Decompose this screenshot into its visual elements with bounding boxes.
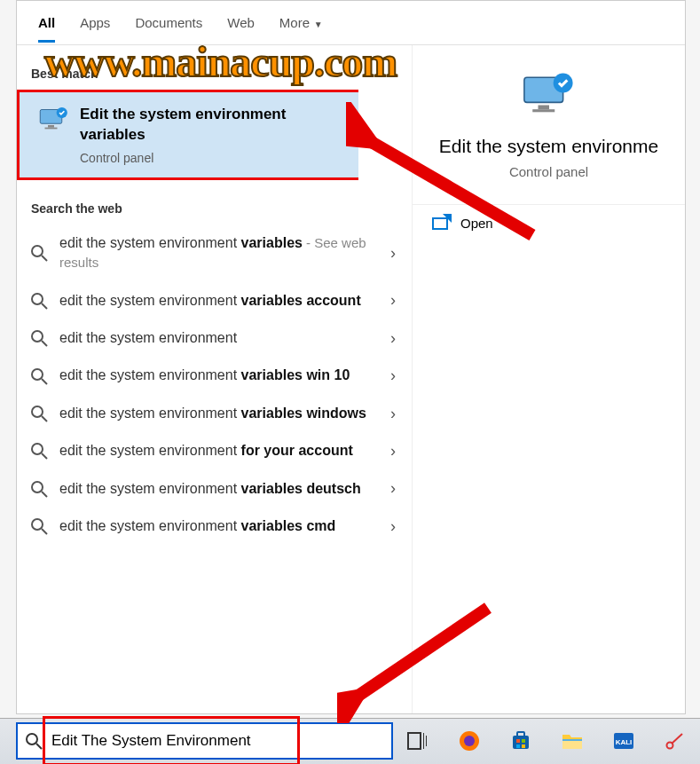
web-result-item[interactable]: edit the system environment for your acc… — [17, 432, 412, 469]
svg-point-40 — [27, 734, 37, 744]
task-view-icon[interactable] — [406, 729, 429, 752]
web-results-list: edit the system environment variables - … — [17, 224, 412, 546]
tab-more[interactable]: More ▼ — [279, 3, 323, 43]
web-result-text: edit the system environment variables cm… — [59, 516, 390, 536]
best-match-title: Edit the system environment variables — [80, 105, 344, 146]
search-input[interactable] — [51, 732, 384, 750]
chevron-right-icon: › — [390, 366, 396, 385]
app-icon-blue[interactable]: KALI — [612, 729, 635, 752]
chevron-right-icon: › — [390, 442, 396, 461]
chevron-right-icon: › — [390, 405, 396, 423]
taskbar-icons: KALI — [406, 718, 687, 764]
svg-line-7 — [42, 303, 47, 309]
search-icon — [29, 244, 49, 262]
control-panel-icon — [521, 72, 578, 116]
open-button[interactable]: Open — [413, 204, 685, 241]
section-web: Search the web — [17, 180, 412, 224]
chevron-right-icon: › — [390, 291, 396, 310]
svg-rect-1 — [48, 125, 54, 128]
svg-line-11 — [42, 379, 47, 384]
svg-rect-25 — [423, 733, 424, 749]
section-best-match: Best match — [17, 45, 412, 90]
web-result-item[interactable]: edit the system environment variables - … — [17, 224, 412, 282]
open-label: Open — [460, 216, 493, 231]
search-results-panel: All Apps Documents Web More ▼ Best match… — [16, 0, 686, 714]
svg-line-19 — [42, 529, 47, 534]
web-result-item[interactable]: edit the system environment variables cm… — [17, 508, 412, 545]
snipping-icon[interactable] — [664, 729, 687, 752]
search-tabs: All Apps Documents Web More ▼ — [17, 1, 685, 45]
svg-point-14 — [32, 444, 43, 454]
web-result-text: edit the system environment variables de… — [59, 479, 390, 499]
tab-web[interactable]: Web — [227, 3, 255, 43]
svg-rect-30 — [517, 732, 524, 736]
details-title: Edit the system environme — [423, 136, 674, 157]
svg-line-5 — [42, 256, 47, 261]
web-result-text: edit the system environment variables wi… — [59, 404, 390, 423]
svg-point-4 — [32, 246, 43, 256]
svg-rect-26 — [426, 736, 427, 746]
svg-rect-32 — [522, 739, 525, 743]
web-result-text: edit the system environment variables wi… — [59, 366, 390, 385]
svg-point-10 — [32, 369, 43, 380]
results-left-column: Best match Edit the system environment v… — [17, 45, 412, 713]
svg-point-12 — [32, 406, 43, 417]
ms-store-icon[interactable] — [509, 729, 532, 752]
svg-rect-29 — [513, 736, 529, 749]
svg-point-16 — [32, 482, 43, 492]
svg-line-41 — [36, 744, 42, 749]
chevron-right-icon: › — [390, 244, 396, 263]
details-subtitle: Control panel — [413, 164, 685, 179]
svg-rect-21 — [538, 106, 549, 110]
svg-rect-2 — [45, 128, 58, 130]
svg-line-13 — [42, 416, 47, 421]
chevron-right-icon: › — [390, 517, 396, 536]
web-result-text: edit the system environment for your acc… — [59, 441, 390, 461]
web-result-item[interactable]: edit the system environment› — [17, 319, 412, 357]
svg-line-9 — [42, 341, 47, 346]
web-result-text: edit the system environment variables ac… — [59, 291, 390, 311]
svg-point-28 — [464, 736, 475, 746]
svg-rect-36 — [562, 739, 582, 741]
web-result-item[interactable]: edit the system environment variables wi… — [17, 395, 412, 432]
web-result-item[interactable]: edit the system environment variables wi… — [17, 357, 412, 394]
best-match-subtitle: Control panel — [80, 151, 344, 165]
web-result-item[interactable]: edit the system environment variables de… — [17, 470, 412, 508]
search-icon — [29, 367, 49, 385]
details-panel: Edit the system environme Control panel … — [412, 45, 685, 713]
firefox-icon[interactable] — [458, 729, 481, 752]
search-icon — [29, 292, 49, 310]
svg-text:KALI: KALI — [616, 738, 633, 746]
svg-point-6 — [32, 294, 43, 304]
search-icon — [29, 405, 49, 422]
tab-documents[interactable]: Documents — [135, 3, 202, 43]
web-result-text: edit the system environment — [59, 328, 390, 348]
svg-rect-33 — [516, 744, 520, 748]
web-result-item[interactable]: edit the system environment variables ac… — [17, 282, 412, 319]
control-panel-icon — [37, 106, 71, 131]
svg-line-15 — [42, 453, 47, 459]
svg-rect-34 — [522, 744, 525, 748]
search-icon — [29, 480, 49, 498]
open-icon — [432, 217, 448, 230]
chevron-right-icon: › — [390, 329, 396, 348]
web-result-text: edit the system environment variables - … — [59, 233, 390, 273]
tab-apps[interactable]: Apps — [80, 3, 110, 43]
search-icon — [29, 517, 49, 535]
taskbar-search-box[interactable] — [16, 722, 393, 760]
file-explorer-icon[interactable] — [561, 729, 584, 752]
chevron-down-icon: ▼ — [311, 20, 323, 29]
svg-rect-31 — [516, 739, 520, 743]
search-icon — [25, 732, 43, 750]
search-icon — [29, 329, 49, 347]
svg-rect-22 — [532, 109, 554, 112]
svg-line-17 — [42, 492, 47, 497]
svg-point-18 — [32, 519, 43, 530]
best-match-result[interactable]: Edit the system environment variables Co… — [17, 90, 358, 180]
svg-point-8 — [32, 331, 43, 342]
tab-all[interactable]: All — [38, 3, 55, 43]
search-icon — [29, 442, 49, 460]
svg-rect-24 — [408, 733, 421, 749]
chevron-right-icon: › — [390, 479, 396, 498]
